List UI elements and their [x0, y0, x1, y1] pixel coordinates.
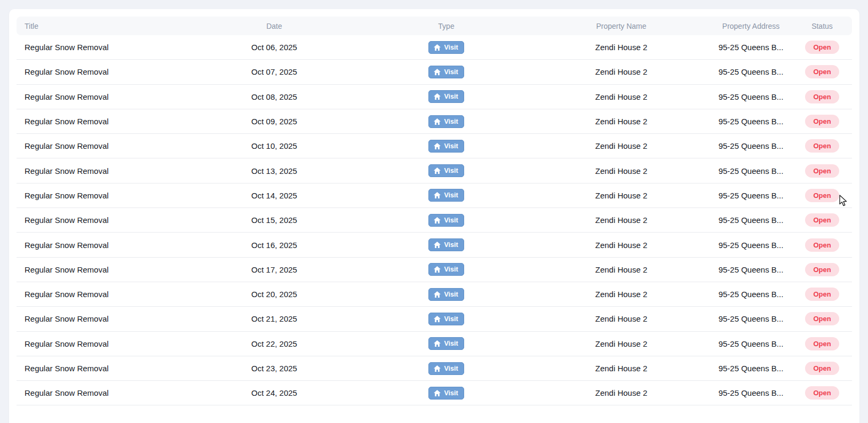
visit-type-badge: Visit [428, 313, 464, 325]
cell-title: Regular Snow Removal [17, 141, 189, 150]
cell-date: Oct 16, 2025 [189, 241, 360, 250]
column-header-type: Type [360, 22, 533, 30]
visits-table-card: Title Date Type Property Name Property A… [9, 9, 859, 423]
table-row[interactable]: Regular Snow Removal Oct 22, 2025 Visit … [17, 332, 852, 356]
cell-title: Regular Snow Removal [17, 290, 189, 299]
cell-title: Regular Snow Removal [17, 43, 189, 52]
status-badge: Open [805, 65, 839, 78]
table-row[interactable]: Regular Snow Removal Oct 09, 2025 Visit … [17, 109, 852, 134]
cell-date: Oct 07, 2025 [189, 67, 360, 76]
home-icon [434, 69, 441, 75]
table-row[interactable]: Regular Snow Removal Oct 13, 2025 Visit … [17, 158, 852, 183]
cell-title: Regular Snow Removal [17, 241, 189, 250]
table-row[interactable]: Regular Snow Removal Oct 23, 2025 Visit … [17, 356, 852, 381]
status-badge: Open [805, 90, 839, 103]
cell-property-name: Zendi House 2 [533, 216, 710, 225]
table-row[interactable]: Regular Snow Removal Oct 14, 2025 Visit … [17, 183, 852, 208]
cell-property-address: 95-25 Queens B... [710, 216, 792, 225]
home-icon [434, 291, 441, 298]
cell-property-address: 95-25 Queens B... [710, 43, 792, 52]
status-badge: Open [805, 41, 839, 54]
home-icon [434, 217, 441, 224]
table-row[interactable]: Regular Snow Removal Oct 08, 2025 Visit … [17, 85, 852, 109]
visit-type-badge: Visit [428, 140, 464, 153]
visit-type-badge: Visit [428, 263, 464, 276]
status-badge: Open [805, 288, 839, 301]
home-icon [434, 316, 441, 322]
cell-status: Open [792, 139, 852, 153]
visit-badge-label: Visit [444, 44, 458, 51]
cell-date: Oct 22, 2025 [189, 339, 360, 348]
cell-type: Visit [360, 90, 533, 103]
visit-type-badge: Visit [428, 238, 464, 251]
cell-type: Visit [360, 41, 533, 54]
cell-type: Visit [360, 189, 533, 202]
status-badge: Open [805, 362, 839, 375]
cell-type: Visit [360, 140, 533, 153]
cell-property-address: 95-25 Queens B... [710, 191, 792, 200]
home-icon [434, 242, 441, 248]
cell-date: Oct 10, 2025 [189, 141, 360, 150]
cell-type: Visit [360, 387, 533, 400]
status-badge: Open [805, 115, 839, 128]
cell-title: Regular Snow Removal [17, 265, 189, 274]
cell-property-address: 95-25 Queens B... [710, 290, 792, 299]
visit-badge-label: Visit [444, 389, 458, 397]
cell-status: Open [792, 164, 852, 178]
table-row[interactable]: Regular Snow Removal Oct 21, 2025 Visit … [17, 307, 852, 331]
table-row[interactable]: Regular Snow Removal Oct 24, 2025 Visit … [17, 381, 852, 405]
visit-type-badge: Visit [428, 288, 464, 301]
table-row[interactable]: Regular Snow Removal Oct 20, 2025 Visit … [17, 282, 852, 307]
visit-type-badge: Visit [428, 90, 464, 103]
cell-property-address: 95-25 Queens B... [710, 364, 792, 373]
cell-type: Visit [360, 362, 533, 375]
cell-title: Regular Snow Removal [17, 216, 189, 225]
home-icon [434, 390, 441, 396]
cell-property-name: Zendi House 2 [533, 166, 710, 175]
cell-status: Open [792, 386, 852, 400]
cell-date: Oct 23, 2025 [189, 364, 360, 373]
cell-type: Visit [360, 214, 533, 227]
visit-type-badge: Visit [428, 362, 464, 375]
cell-title: Regular Snow Removal [17, 388, 189, 397]
status-badge: Open [805, 189, 839, 202]
table-row[interactable]: Regular Snow Removal Oct 10, 2025 Visit … [17, 134, 852, 158]
cell-date: Oct 17, 2025 [189, 265, 360, 274]
cell-status: Open [792, 362, 852, 375]
cell-property-name: Zendi House 2 [533, 67, 710, 76]
table-row[interactable]: Regular Snow Removal Oct 07, 2025 Visit … [17, 60, 852, 84]
cell-status: Open [792, 65, 852, 78]
cell-property-name: Zendi House 2 [533, 364, 710, 373]
status-badge: Open [805, 337, 839, 350]
cell-title: Regular Snow Removal [17, 117, 189, 126]
table-row[interactable]: Regular Snow Removal Oct 15, 2025 Visit … [17, 208, 852, 233]
cell-property-name: Zendi House 2 [533, 117, 710, 126]
home-icon [434, 266, 441, 273]
visit-badge-label: Visit [444, 191, 458, 199]
cell-title: Regular Snow Removal [17, 339, 189, 348]
cell-status: Open [792, 41, 852, 54]
cell-type: Visit [360, 66, 533, 78]
table-row[interactable]: Regular Snow Removal Oct 16, 2025 Visit … [17, 233, 852, 257]
visit-type-badge: Visit [428, 189, 464, 202]
status-badge: Open [805, 312, 839, 325]
cell-property-name: Zendi House 2 [533, 241, 710, 250]
cell-property-name: Zendi House 2 [533, 290, 710, 299]
cell-date: Oct 14, 2025 [189, 191, 360, 200]
cell-title: Regular Snow Removal [17, 166, 189, 175]
cell-status: Open [792, 337, 852, 350]
cell-property-name: Zendi House 2 [533, 141, 710, 150]
cell-property-address: 95-25 Queens B... [710, 67, 792, 76]
home-icon [434, 192, 441, 198]
home-icon [434, 143, 441, 149]
table-row[interactable]: Regular Snow Removal Oct 17, 2025 Visit … [17, 258, 852, 282]
visit-type-badge: Visit [428, 41, 464, 54]
visit-badge-label: Visit [444, 93, 458, 100]
cell-type: Visit [360, 115, 533, 128]
table-row[interactable]: Regular Snow Removal Oct 06, 2025 Visit … [17, 35, 852, 60]
column-header-title: Title [17, 22, 189, 30]
cell-date: Oct 20, 2025 [189, 290, 360, 299]
cell-property-name: Zendi House 2 [533, 92, 710, 101]
home-icon [434, 340, 441, 347]
cell-property-address: 95-25 Queens B... [710, 241, 792, 250]
